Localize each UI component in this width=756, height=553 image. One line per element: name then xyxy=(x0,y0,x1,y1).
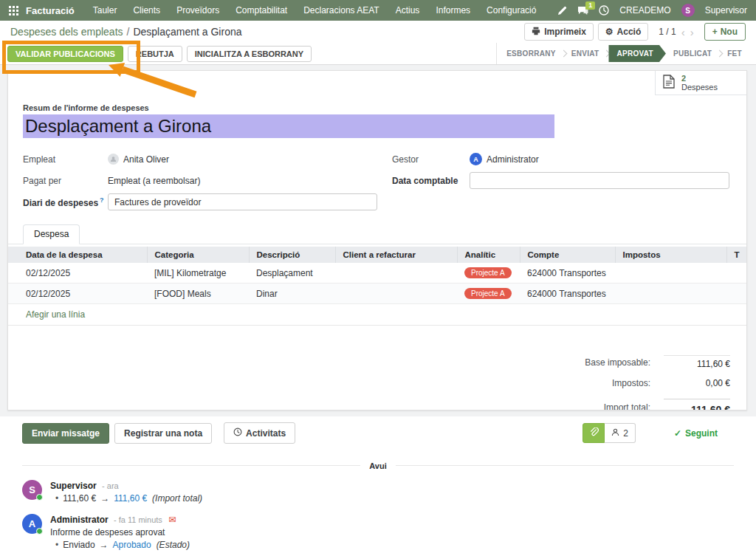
followers-button[interactable]: 2 xyxy=(605,423,636,443)
col-total[interactable]: T xyxy=(726,247,747,263)
breadcrumb-parent[interactable]: Despeses dels empleats xyxy=(10,26,123,38)
add-line-link[interactable]: Afegir una línia xyxy=(8,304,747,326)
send-message-button[interactable]: Enviar missatge xyxy=(22,423,109,444)
paid-by-field[interactable]: Empleat (a reembolsar) xyxy=(108,176,200,186)
menu-clients[interactable]: Clients xyxy=(125,5,168,16)
message-avatar[interactable]: A xyxy=(22,514,42,534)
message-supervisor: S Supervisor - ara • 111,60 € → 111,60 €… xyxy=(22,475,734,509)
envelope-icon[interactable]: ✉ xyxy=(168,515,176,525)
message-author[interactable]: Administrator xyxy=(50,515,109,525)
col-analytic[interactable]: Analític xyxy=(457,247,520,263)
user-avatar[interactable]: S xyxy=(681,4,695,17)
cell-analytic[interactable]: Projecte A xyxy=(457,284,520,304)
tracking-new-value[interactable]: 111,60 € xyxy=(114,492,147,504)
manager-field[interactable]: A Administrator xyxy=(470,153,539,165)
online-status-dot xyxy=(36,528,43,535)
message-count-badge: 1 xyxy=(585,1,595,10)
activities-button[interactable]: Activitats xyxy=(224,422,295,444)
state-esborrany[interactable]: ESBORRANY xyxy=(500,49,563,58)
message-avatar[interactable]: S xyxy=(22,480,42,500)
message-author[interactable]: Supervisor xyxy=(50,481,97,491)
expenses-smart-button[interactable]: 2 Despeses xyxy=(655,71,746,95)
menu-configuracio[interactable]: Configuració xyxy=(478,5,544,16)
app-name[interactable]: Facturació xyxy=(26,5,75,16)
pager-previous-icon[interactable]: ‹ xyxy=(681,26,685,38)
summary-field-label: Resum de l'informe de despeses xyxy=(23,103,732,112)
main-menu: Tauler Clients Proveïdors Comptabilitat … xyxy=(85,5,545,16)
reset-to-draft-button[interactable]: INICIALITZA A ESBORRANY xyxy=(187,46,312,62)
employee-field[interactable]: Anita Oliver xyxy=(108,154,169,165)
cell-description[interactable]: Desplaçament xyxy=(249,263,335,284)
title-selection-highlight: Desplaçament a Girona xyxy=(23,114,554,138)
action-button[interactable]: ⚙ Acció xyxy=(598,23,648,41)
new-record-button[interactable]: + Nou xyxy=(704,23,746,41)
state-fet[interactable]: FET xyxy=(721,49,749,58)
accounting-date-input[interactable] xyxy=(470,172,729,189)
attach-file-button[interactable] xyxy=(583,423,605,443)
analytic-tag[interactable]: Projecte A xyxy=(464,267,512,278)
tab-despesa[interactable]: Despesa xyxy=(23,224,80,244)
state-enviat[interactable]: ENVIAT xyxy=(565,49,606,58)
refuse-button[interactable]: REBUTJA xyxy=(128,46,182,62)
form-statusbar: VALIDAR PUBLICACIONS REBUTJA INICIALITZA… xyxy=(0,43,756,65)
validate-entries-button[interactable]: VALIDAR PUBLICACIONS xyxy=(7,46,123,62)
cell-date[interactable]: 02/12/2025 xyxy=(8,284,147,304)
menu-comptabilitat[interactable]: Comptabilitat xyxy=(227,5,295,16)
analytic-tag[interactable]: Projecte A xyxy=(464,288,512,299)
arrow-right-icon: → xyxy=(100,539,109,551)
journal-label: Diari de despeses? xyxy=(23,196,108,208)
menu-declaracions-aeat[interactable]: Declaracions AEAT xyxy=(295,5,388,16)
cell-date[interactable]: 02/12/2025 xyxy=(8,263,147,284)
messages-icon[interactable]: 1 xyxy=(577,6,588,16)
cell-account[interactable]: 624000 Transportes xyxy=(520,263,615,284)
cell-customer[interactable] xyxy=(335,284,457,304)
state-aprovat-active[interactable]: APROVAT xyxy=(608,45,666,62)
following-toggle[interactable]: ✓ Seguint xyxy=(674,428,718,439)
user-menu[interactable]: Supervisor xyxy=(705,5,747,16)
breadcrumb-separator: / xyxy=(127,26,130,38)
expense-row-1[interactable]: 02/12/2025 [MIL] Kilometratge Desplaçame… xyxy=(8,263,747,284)
log-note-button[interactable]: Registrar una nota xyxy=(114,423,212,444)
menu-actius[interactable]: Actius xyxy=(388,5,428,16)
col-customer[interactable]: Client a refacturar xyxy=(335,247,457,263)
cell-analytic[interactable]: Projecte A xyxy=(457,263,520,284)
tracking-field-name: (Estado) xyxy=(157,539,190,551)
cell-taxes[interactable] xyxy=(615,263,726,284)
check-icon: ✓ xyxy=(674,428,681,439)
menu-proveidors[interactable]: Proveïdors xyxy=(168,5,227,16)
plus-icon: + xyxy=(712,27,718,37)
expense-row-2[interactable]: 02/12/2025 [FOOD] Meals Dinar Projecte A… xyxy=(8,284,747,304)
state-pipeline: ESBORRANY ENVIAT APROVAT PUBLICAT FET xyxy=(496,43,749,64)
state-publicat[interactable]: PUBLICAT xyxy=(667,49,718,58)
tracking-new-value[interactable]: Aprobado xyxy=(113,539,151,551)
apps-grid-icon[interactable] xyxy=(9,6,18,16)
cell-taxes[interactable] xyxy=(615,284,726,304)
company-switcher[interactable]: CREADEMO xyxy=(619,5,670,16)
col-date[interactable]: Data de la despesa xyxy=(8,247,147,263)
cell-description[interactable]: Dinar xyxy=(249,284,335,304)
control-panel: Despeses dels empleats / Desplaçament a … xyxy=(0,21,756,43)
record-title[interactable]: Desplaçament a Girona xyxy=(25,115,552,137)
help-icon[interactable]: ? xyxy=(100,196,104,204)
menu-tauler[interactable]: Tauler xyxy=(85,5,126,16)
col-account[interactable]: Compte xyxy=(520,247,615,263)
menu-informes[interactable]: Informes xyxy=(427,5,478,16)
col-description[interactable]: Descripció xyxy=(249,247,335,263)
cell-customer[interactable] xyxy=(335,263,457,284)
edit-pencil-icon[interactable] xyxy=(557,6,567,16)
col-category[interactable]: Categoria xyxy=(147,247,249,263)
pager-next-icon[interactable]: › xyxy=(690,26,694,38)
journal-input[interactable] xyxy=(108,193,377,210)
message-time: - ara xyxy=(102,481,119,490)
totals-block: Base imposable: 111,60 € Impostos: 0,00 … xyxy=(529,351,730,411)
col-taxes[interactable]: Impostos xyxy=(615,247,726,263)
printer-icon xyxy=(532,27,540,38)
activity-clock-icon[interactable] xyxy=(599,5,609,16)
gear-icon: ⚙ xyxy=(605,27,614,37)
cell-category[interactable]: [FOOD] Meals xyxy=(147,284,249,304)
cell-category[interactable]: [MIL] Kilometratge xyxy=(147,263,249,284)
message-text: Informe de despeses aprovat xyxy=(50,526,190,538)
cell-account[interactable]: 624000 Transportes xyxy=(520,284,615,304)
paid-by-label: Pagat per xyxy=(23,176,108,186)
print-button[interactable]: Imprimeix xyxy=(524,23,594,41)
